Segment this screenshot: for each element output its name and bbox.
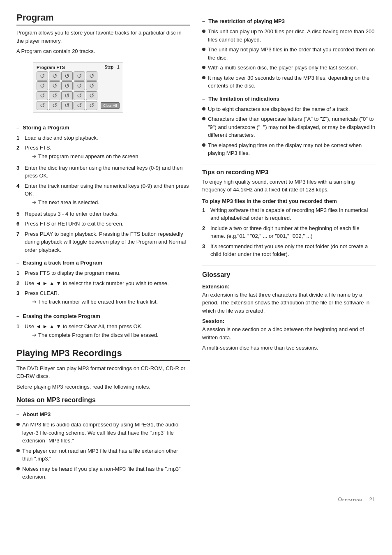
step-value: 1 [117,65,120,69]
mp3-bullet-1: An MP3 file is audio data compressed by … [16,421,190,445]
footer-page: 21 [369,497,376,502]
mp3-section: Playing MP3 Recordings The DVD Player ca… [16,348,190,481]
storing-steps-list: 1 Load a disc and stop playback. 2 Press… [16,134,190,254]
fts-cell: ↺ [74,71,85,81]
fts-cell: ↺ [61,71,73,81]
fts-row-2: ↺ ↺ ↺ ↺ ↺ [37,81,120,90]
limitation-bullet-3: The elapsed playing time on the display … [202,141,376,157]
fts-row-4: ↺ ↺ ↺ ↺ ↺ Clear All [37,101,120,110]
mp3-intro-2: Before playing MP3 recordings, read the … [16,383,190,391]
storing-step-7: 7 Press PLAY to begin playback. Pressing… [16,230,190,254]
fts-cell: ↺ [49,91,60,100]
erase-track-step-2: 2 Use ◄ ► ▲ ▼ to select the track number… [16,279,190,288]
step-label: Step [105,65,114,69]
clear-all-button[interactable]: Clear All [101,102,120,109]
restriction-list: This unit can play up to 200 files per d… [202,28,376,90]
fts-row-1: ↺ ↺ ↺ ↺ ↺ [37,71,120,81]
left-column: Program Program allows you to store your… [16,12,190,484]
mp3-title: Playing MP3 Recordings [16,348,190,361]
fts-cell: ↺ [49,101,60,110]
fts-cell: ↺ [37,91,48,100]
fts-label: Program FTS [37,65,65,70]
fts-cell: ↺ [37,81,48,90]
erasing-track-heading: – Erasing a track from a Program [16,260,190,266]
right-column: – The restriction of playing MP3 This un… [202,12,376,484]
to-play-step-1: 1 Writing software that is capable of re… [202,206,376,222]
fts-cell: ↺ [74,81,85,90]
to-play-step-3: 3 It's recommended that you use only the… [202,242,376,258]
fts-cell: ↺ [37,101,48,110]
fts-cell: ↺ [86,91,97,100]
program-intro-2: A Program can contain 20 tracks. [16,47,190,55]
limitation-heading: – The limitation of indications [202,96,376,102]
glossary-heading: Glossary [202,271,376,280]
session-def1: A session is one section on a disc betwe… [202,325,376,341]
arrow-item: ➔ The track number will be erased from t… [32,298,190,306]
erasing-complete-list: 1 Use ◄ ► ▲ ▼ to select Clear All, then … [16,322,190,341]
restriction-bullet-4: It may take over 30 seconds to read the … [202,74,376,90]
arrow-item: ➔ The complete Program for the discs wil… [32,332,190,339]
fts-row-3: ↺ ↺ ↺ ↺ ↺ [37,91,120,100]
fts-cell: ↺ [86,81,97,90]
fts-cell: ↺ [61,81,73,90]
extension-def: An extension is the last three character… [202,291,376,315]
fts-cell: ↺ [37,71,48,81]
session-term: Session: [202,318,376,324]
mp3-intro-1: The DVD Player can play MP3 format recor… [16,364,190,380]
erasing-track-list: 1 Press FTS to display the program menu.… [16,269,190,307]
arrow-item: ➔ The program menu appears on the screen [32,153,190,160]
fts-cell: ↺ [86,101,97,110]
to-play-list: 1 Writing software that is capable of re… [202,206,376,258]
footer-label: Operation [338,497,362,502]
fts-cell: ↺ [61,91,73,100]
to-play-heading: To play MP3 files in the order that you … [202,198,376,204]
program-intro-1: Program allows you to store your favorit… [16,29,190,45]
erase-track-step-1: 1 Press FTS to display the program menu. [16,269,190,277]
program-fts-box: Program FTS Step 1 ↺ ↺ ↺ ↺ ↺ [33,62,123,113]
fts-cell: ↺ [74,91,85,100]
about-mp3-heading: – About MP3 [16,411,190,417]
program-title: Program [16,12,190,25]
fts-cell: ↺ [86,71,97,81]
erasing-complete-heading: – Erasing the complete Program [16,313,190,319]
extension-term: Extension: [202,283,376,290]
fts-grid: ↺ ↺ ↺ ↺ ↺ ↺ ↺ ↺ ↺ ↺ [37,71,120,110]
session-def2: A multi-session disc has more than two s… [202,344,376,352]
limitation-list: Up to eight characters are displayed for… [202,105,376,157]
restriction-heading: – The restriction of playing MP3 [202,18,376,24]
storing-step-4: 4 Enter the track number using the numer… [16,182,190,208]
arrow-item: ➔ The next area is selected. [32,199,190,206]
program-section: Program Program allows you to store your… [16,12,190,341]
storing-step-1: 1 Load a disc and stop playback. [16,134,190,142]
fts-cell: ↺ [49,71,60,81]
erase-track-step-3: 3 Press CLEAR. ➔ The track number will b… [16,289,190,307]
glossary-session: Session: A session is one section on a d… [202,318,376,352]
storing-step-2: 2 Press FTS. ➔ The program menu appears … [16,144,190,162]
storing-step-5: 5 Repeat steps 3 - 4 to enter other trac… [16,210,190,218]
limitation-bullet-2: Characters other than uppercase letters … [202,115,376,139]
to-play-step-2: 2 Include a two or three digit number at… [202,224,376,240]
page-footer: Operation 21 [16,497,376,502]
tips-separator [202,164,376,164]
tips-heading: Tips on recording MP3 [202,168,376,175]
fts-cell: ↺ [74,101,85,110]
about-mp3-list: An MP3 file is audio data compressed by … [16,421,190,481]
restriction-bullet-1: This unit can play up to 200 files per d… [202,28,376,44]
restriction-bullet-2: The unit may not play MP3 files in the o… [202,46,376,62]
notes-mp3-heading: Notes on MP3 recordings [16,396,190,405]
storing-step-3: 3 Enter the disc tray number using the n… [16,164,190,180]
limitation-bullet-1: Up to eight characters are displayed for… [202,105,376,113]
tips-intro: To enjoy high quality sound, convert to … [202,178,376,194]
glossary-extension: Extension: An extension is the last thre… [202,283,376,315]
fts-cell: ↺ [61,101,73,110]
glossary-separator [202,265,376,265]
fts-cell: ↺ [49,81,60,90]
storing-step-6: 6 Press FTS or RETURN to exit the screen… [16,220,190,228]
mp3-bullet-3: Noises may be heard if you play a non-MP… [16,465,190,481]
storing-heading: – Storing a Program [16,124,190,131]
restriction-bullet-3: With a multi-session disc, the player pl… [202,64,376,72]
mp3-bullet-2: The player can not read an MP3 file that… [16,447,190,463]
erase-complete-step-1: 1 Use ◄ ► ▲ ▼ to select Clear All, then … [16,322,190,341]
